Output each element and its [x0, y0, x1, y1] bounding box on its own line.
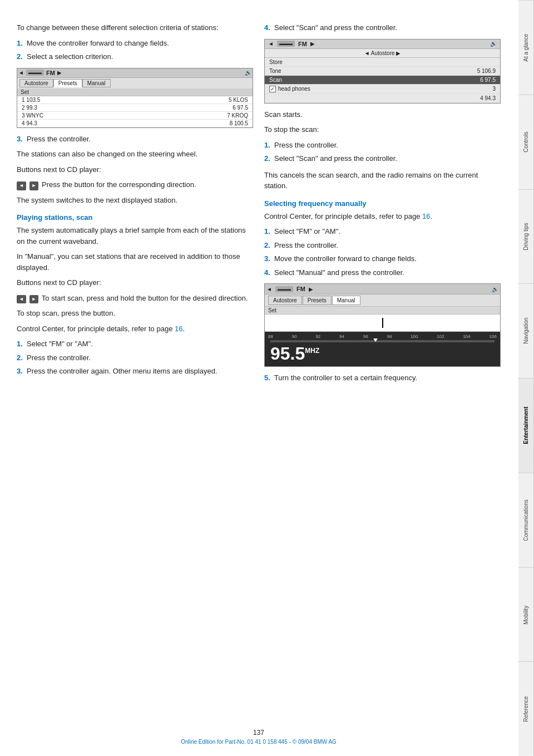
row-1: 1 103.55 KLOS — [17, 96, 253, 104]
stop-step-1: 1. Press the controller. — [264, 140, 501, 151]
manual-step-2: 2. Press the controller. — [264, 240, 501, 251]
tab-entertainment[interactable]: Entertainment — [518, 378, 534, 473]
play-step-3: 3. Press the controller again. Other men… — [17, 366, 253, 377]
scan-last-row: 4 94.3 — [265, 94, 500, 103]
step-3-text: 3. Press the controller. — [17, 134, 253, 145]
ms-tab-autostore[interactable]: Autostore — [268, 296, 302, 305]
left-column: To change between these different select… — [17, 22, 253, 388]
button-direction-text: ◄ ► Press the button for the correspondi… — [17, 179, 253, 190]
ms-frequency-scale: 88 90 92 94 96 98 100 102 104 106 95.5MH… — [265, 332, 500, 366]
tab-navigation[interactable]: Navigation — [518, 283, 534, 378]
freq-unit: MHZ — [305, 347, 319, 355]
ms-tab-presets[interactable]: Presets — [303, 296, 332, 305]
screen-rows: 1 103.55 KLOS 2 99.36 97.5 3 WNYC7 KROQ … — [17, 96, 253, 127]
manual-freq-heading: Selecting frequency manually — [264, 199, 501, 208]
ms-cursor — [382, 318, 383, 328]
cancel-scan-text: This cancels the scan search, and the ra… — [264, 170, 501, 192]
manual-step-3: 3. Move the controller forward to change… — [264, 253, 501, 264]
tab-at-a-glance[interactable]: At a glance — [518, 0, 534, 95]
scan-store: Store — [265, 58, 500, 67]
manual-screen-tabs: Autostore Presets Manual — [265, 294, 500, 306]
ms-tab-manual[interactable]: Manual — [332, 296, 360, 305]
stop-steps: 1. Press the controller. 2. Select "Scan… — [264, 140, 501, 164]
play-step-1: 1. Select "FM" or "AM". — [17, 338, 253, 350]
tab-autostore[interactable]: Autostore — [19, 79, 53, 87]
scan-para1: The system automatically plays a brief s… — [17, 225, 253, 247]
autostore-row: ◄ Autostore ▶ — [265, 49, 500, 58]
headphones-checkbox[interactable]: ✓ — [269, 86, 276, 92]
tab-communications[interactable]: Communications — [518, 473, 534, 567]
steering-wheel-text: The stations can also be changed on the … — [17, 149, 253, 160]
frequency-display: 95.5MHZ — [268, 343, 497, 364]
manual-steps: 1. Select "FM" or "AM". 2. Press the con… — [264, 226, 501, 278]
right-column: 4. Select "Scan" and press the controlle… — [264, 22, 501, 388]
page-footer: 137 Online Edition for Part-No. 01 41 0 … — [0, 729, 517, 745]
row-4: 4 94.38 100.5 — [17, 120, 253, 127]
scan-headphones: ✓ head phones 3 — [265, 85, 500, 94]
right-btn-icon: ► — [29, 181, 39, 190]
step-2: 2. Select a selection criterion. — [17, 51, 253, 62]
tab-presets[interactable]: Presets — [53, 79, 82, 87]
control-center-ref-left: Control Center, for principle details, r… — [17, 323, 253, 335]
scan-tone: Tone5 106.9 — [265, 67, 500, 76]
left-btn-icon: ◄ — [17, 181, 26, 190]
scan-left-btn: ◄ — [17, 295, 26, 304]
screen-header: ◄ ▬▬▬ FM ▶ 🔊 — [17, 68, 253, 78]
tab-manual[interactable]: Manual — [82, 79, 111, 87]
play-step-2: 2. Press the controller. — [17, 352, 253, 364]
footer-text: Online Edition for Part-No. 01 41 0 158 … — [0, 739, 517, 745]
tab-driving-tips[interactable]: Driving tips — [518, 189, 534, 284]
page-number: 137 — [0, 729, 517, 737]
initial-steps: 1. Move the controller forward to change… — [17, 38, 253, 62]
playing-stations-heading: Playing stations, scan — [17, 213, 253, 222]
scan-btn-text: ◄ ► To start scan, press and hold the bu… — [17, 293, 253, 304]
manual-screen-header: ◄ ▬▬▬ FM ▶ 🔊 — [265, 284, 500, 294]
tab-mobility[interactable]: Mobility — [518, 567, 534, 662]
step4-text: 4. Select "Scan" and press the controlle… — [264, 22, 501, 33]
scan-starts-text: Scan starts. — [264, 109, 501, 120]
tab-reference[interactable]: Reference — [518, 661, 534, 756]
ms-input-area — [265, 315, 500, 332]
screen-tabs: Autostore Presets Manual — [17, 78, 253, 89]
row-3: 3 WNYC7 KROQ — [17, 112, 253, 120]
scan-buttons-label: Buttons next to CD player: — [17, 277, 253, 288]
intro-text: To change between these different select… — [17, 22, 253, 33]
playing-steps: 1. Select "FM" or "AM". 2. Press the con… — [17, 338, 253, 377]
manual-step-1: 1. Select "FM" or "AM". — [264, 226, 501, 237]
stop-step-2: 2. Select "Scan" and press the controlle… — [264, 153, 501, 164]
ms-set-label: Set — [265, 306, 500, 315]
tab-bar: At a glance Controls Driving tips Naviga… — [518, 0, 534, 756]
set-label: Set — [17, 89, 253, 96]
manual-step-4: 4. Select "Manual" and press the control… — [264, 267, 501, 278]
system-switches-text: The system switches to the next displaye… — [17, 195, 253, 206]
scale-bar — [270, 340, 495, 342]
scan-scan: Scan6 97.5 — [265, 76, 500, 85]
step5-text: 5. Turn the controller to set a certain … — [264, 372, 501, 384]
scale-numbers: 88 90 92 94 96 98 100 102 104 106 — [268, 334, 497, 339]
manual-screen: ◄ ▬▬▬ FM ▶ 🔊 Autostore Presets Manual Se… — [264, 283, 501, 367]
manual-control-center-ref: Control Center, for principle details, r… — [264, 211, 501, 222]
buttons-label: Buttons next to CD player: — [17, 164, 253, 175]
scale-pointer — [373, 338, 378, 342]
scan-screen: ◄ ▬▬▬ FM ▶ 🔊 ◄ Autostore ▶ Store Tone5 1… — [264, 39, 501, 104]
scan-screen-header: ◄ ▬▬▬ FM ▶ 🔊 — [265, 40, 500, 49]
scan-right-btn: ► — [29, 295, 39, 304]
tab-controls[interactable]: Controls — [518, 95, 534, 189]
to-stop-label: To stop the scan: — [264, 124, 501, 135]
scan-para2: In "Manual", you can set stations that a… — [17, 251, 253, 273]
screen-presets: ◄ ▬▬▬ FM ▶ 🔊 Autostore Presets Manual Se… — [17, 68, 253, 128]
step-1: 1. Move the controller forward to change… — [17, 38, 253, 49]
stop-scan-text: To stop scan, press the button. — [17, 308, 253, 319]
row-2: 2 99.36 97.5 — [17, 104, 253, 112]
main-content: To change between these different select… — [0, 0, 517, 421]
